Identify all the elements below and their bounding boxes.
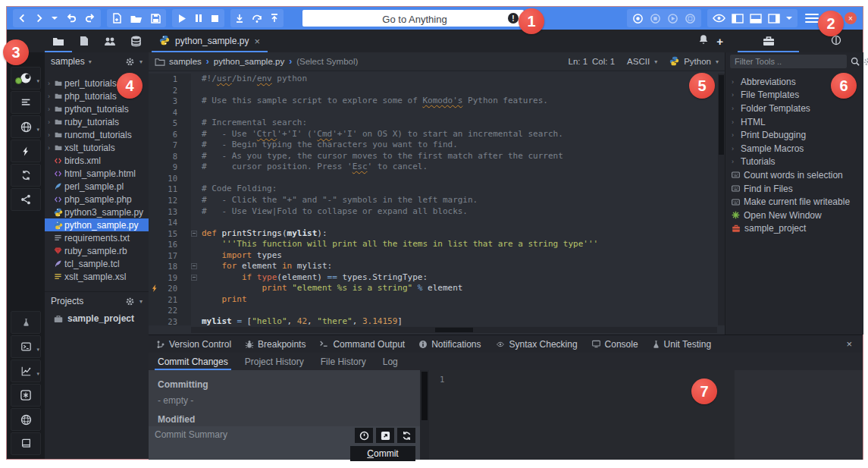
- projects-settings-button[interactable]: ▾: [126, 297, 143, 306]
- macro-stop-icon[interactable]: [650, 13, 661, 24]
- window-close-button[interactable]: ×: [844, 12, 857, 24]
- toggle-bottom-pane-icon[interactable]: [750, 14, 762, 24]
- project-item[interactable]: sample_project: [45, 310, 149, 327]
- pane-toggle-circle-icon[interactable]: [831, 35, 841, 49]
- tree-item-php_sample.php[interactable]: php_sample.php: [45, 193, 149, 206]
- menu-hamburger-icon[interactable]: [805, 14, 819, 23]
- toolbox-item-folder-templates[interactable]: ›Folder Templates: [725, 102, 863, 115]
- rail-book-icon[interactable]: [11, 432, 41, 455]
- rail-share-icon[interactable]: [11, 188, 41, 211]
- toolbox-tab[interactable]: [738, 30, 799, 52]
- rail-lightning-icon[interactable]: [11, 140, 41, 162]
- open-diff-button[interactable]: [376, 428, 394, 443]
- tree-item-requirements.txt[interactable]: requirements.txt: [45, 231, 149, 244]
- new-tab-plus-icon[interactable]: +: [716, 35, 723, 48]
- toolbox-item-tutorials[interactable]: ›Tutorials: [725, 155, 863, 169]
- subtab-project-history[interactable]: Project History: [245, 353, 304, 370]
- play-icon[interactable]: [177, 14, 186, 24]
- step-out-icon[interactable]: [271, 14, 278, 24]
- subtab-file-history[interactable]: File History: [321, 353, 366, 370]
- bottom-tab-command-output[interactable]: Command Output: [319, 339, 405, 350]
- tree-item-python_sample.py[interactable]: python_sample.py: [45, 218, 149, 231]
- tree-item-perl_sample.pl[interactable]: perl_sample.pl: [45, 180, 149, 193]
- go-to-anything-input[interactable]: [302, 10, 527, 28]
- editor-vertical-scrollbar[interactable]: [718, 74, 725, 325]
- new-file-icon[interactable]: [112, 13, 122, 24]
- refresh-button[interactable]: [397, 428, 415, 443]
- toolbox-settings-button[interactable]: ▾: [863, 58, 868, 66]
- bottom-tab-breakpoints[interactable]: Breakpoints: [245, 339, 306, 350]
- breadcrumb-file[interactable]: python_sample.py: [214, 57, 284, 66]
- bottom-tab-unit-testing[interactable]: Unit Testing: [652, 339, 711, 350]
- commit-summary-input[interactable]: [153, 428, 323, 461]
- rail-flask-icon[interactable]: [11, 311, 41, 334]
- macro-play-icon[interactable]: [667, 13, 678, 24]
- tree-item-xslt_tutorials[interactable]: ›xslt_tutorials: [45, 141, 149, 154]
- toggle-left-pane-icon[interactable]: [732, 14, 744, 24]
- subtab-log[interactable]: Log: [383, 353, 398, 370]
- tree-item-html_sample.html[interactable]: html_sample.html: [45, 167, 149, 180]
- tree-item-ruby_sample.rb[interactable]: ruby_sample.rb: [45, 244, 149, 257]
- history-dropdown-icon[interactable]: [52, 16, 58, 20]
- rail-terminal-icon[interactable]: ▾: [11, 335, 41, 358]
- toolbox-item-make-current-file-writeable[interactable]: Make current file writeable: [725, 195, 863, 209]
- close-bottom-panel-icon[interactable]: ×: [846, 338, 855, 350]
- notifications-bell-icon[interactable]: [698, 34, 709, 48]
- bottom-tab-syntax-checking[interactable]: Syntax Checking: [495, 339, 578, 350]
- toolbox-item-find-in-files[interactable]: Find in Files: [725, 182, 863, 196]
- eye-icon[interactable]: [713, 14, 725, 23]
- filter-tools-input[interactable]: [730, 55, 847, 68]
- toolbox-item-sample-project[interactable]: sample_project: [725, 222, 863, 236]
- toolbox-item-sample-macros[interactable]: ›Sample Macros: [725, 142, 863, 155]
- fold-marker-icon[interactable]: [191, 275, 197, 281]
- pause-icon[interactable]: [195, 14, 202, 23]
- bottom-tab-notifications[interactable]: Notifications: [418, 339, 481, 350]
- forward-icon[interactable]: [35, 14, 43, 23]
- macro-save-icon[interactable]: [685, 13, 696, 24]
- places-header-label[interactable]: samples: [51, 56, 85, 67]
- diff-pane[interactable]: 1: [429, 370, 735, 460]
- rail-asterisk-icon[interactable]: [11, 384, 41, 407]
- tree-item-birds.xml[interactable]: birds.xml: [45, 154, 149, 167]
- status-encoding[interactable]: ASCII: [627, 57, 650, 66]
- toggle-right-pane-icon[interactable]: [768, 14, 780, 24]
- macro-record-icon[interactable]: [632, 13, 644, 24]
- bottom-tab-console[interactable]: Console: [591, 339, 638, 350]
- open-file-icon[interactable]: [130, 14, 143, 24]
- toolbox-item-print-debugging[interactable]: ›Print Debugging: [725, 128, 863, 142]
- tree-item-python_tutorials[interactable]: ›python_tutorials: [45, 102, 149, 115]
- rail-chart-icon[interactable]: ▾: [11, 360, 41, 382]
- back-icon[interactable]: [18, 14, 27, 23]
- fold-marker-icon[interactable]: [191, 231, 197, 237]
- rail-sphere-icon[interactable]: [11, 408, 41, 431]
- toolbox-item-html[interactable]: ›HTML: [725, 115, 863, 129]
- rail-outline-icon[interactable]: [11, 91, 41, 114]
- tab-databases[interactable]: [130, 30, 143, 52]
- commit-pane-scrollbar[interactable]: [420, 370, 429, 460]
- tree-item-ruby_tutorials[interactable]: ›ruby_tutorials: [45, 115, 149, 128]
- editor-pane[interactable]: samples › python_sample.py › (Select Sym…: [149, 52, 725, 335]
- subtab-commit-changes[interactable]: Commit Changes: [158, 353, 228, 370]
- tab-collaboration[interactable]: [102, 30, 118, 52]
- toolbox-item-count-words-in-selection[interactable]: Count words in selection: [725, 168, 863, 182]
- step-in-icon[interactable]: [236, 14, 243, 24]
- toolbox-item-open-new-window[interactable]: Open New Window: [725, 209, 863, 222]
- stop-icon[interactable]: [211, 14, 219, 23]
- undo-icon[interactable]: [66, 14, 77, 23]
- tab-places[interactable]: [51, 30, 66, 52]
- tree-item-xslt_sample.xsl[interactable]: xslt_sample.xsl: [45, 270, 149, 283]
- pane-dropdown-icon[interactable]: [786, 16, 792, 20]
- commit-history-button[interactable]: [355, 428, 373, 443]
- fold-marker-icon[interactable]: [191, 263, 197, 269]
- editor-horizontal-scrollbar[interactable]: [191, 327, 717, 333]
- tab-files[interactable]: [78, 30, 90, 52]
- tree-item-runcmd_tutorials[interactable]: ›runcmd_tutorials: [45, 128, 149, 141]
- tree-item-python3_sample.py[interactable]: python3_sample.py: [45, 206, 149, 218]
- redo-icon[interactable]: [85, 14, 96, 23]
- commit-button[interactable]: Commit: [350, 446, 415, 461]
- rail-globe-icon[interactable]: ▾: [11, 115, 41, 138]
- search-icon[interactable]: [851, 57, 860, 66]
- rail-commando-icon[interactable]: ▾: [11, 67, 41, 90]
- save-icon[interactable]: [151, 14, 161, 24]
- breadcrumb-symbol[interactable]: (Select Symbol): [296, 57, 358, 66]
